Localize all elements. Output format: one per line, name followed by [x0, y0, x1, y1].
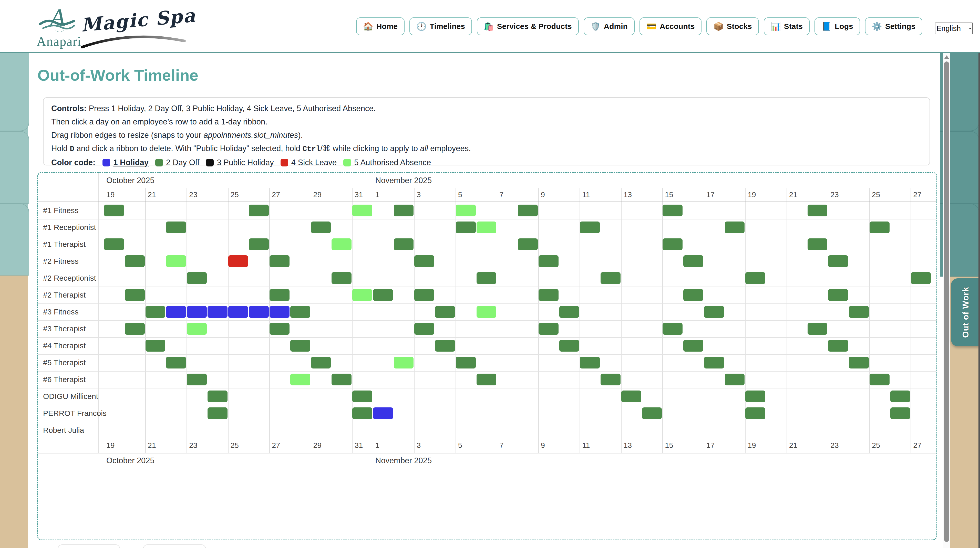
ribbon-day-off[interactable]	[828, 289, 848, 301]
ribbon-day-off[interactable]	[683, 340, 703, 352]
ribbon-day-off[interactable]	[414, 289, 434, 301]
scrollbar-up-arrow-icon[interactable]	[944, 55, 949, 59]
ribbon-day-off[interactable]	[331, 272, 352, 284]
vertical-scrollbar[interactable]	[943, 53, 950, 548]
ribbon-day-off[interactable]	[518, 238, 538, 250]
ribbon-day-off[interactable]	[311, 221, 331, 233]
timeline-row[interactable]	[104, 354, 937, 371]
ribbon-day-off[interactable]	[642, 407, 662, 419]
ribbon-day-off[interactable]	[580, 221, 600, 233]
bottom-peek-button[interactable]	[58, 545, 120, 548]
legend-item-2[interactable]: 2 Day Off	[155, 158, 199, 167]
ribbon-authorised-absence[interactable]	[456, 205, 476, 216]
ribbon-day-off[interactable]	[373, 289, 393, 301]
ribbon-day-off[interactable]	[331, 373, 352, 385]
timeline-row[interactable]	[104, 219, 937, 236]
ribbon-day-off[interactable]	[146, 306, 165, 318]
ribbon-day-off[interactable]	[352, 391, 372, 402]
ribbon-holiday[interactable]	[373, 407, 393, 419]
ribbon-day-off[interactable]	[166, 221, 186, 233]
ribbon-day-off[interactable]	[477, 373, 496, 385]
ribbon-day-off[interactable]	[621, 391, 641, 402]
legend-item-1[interactable]: 1 Holiday	[102, 158, 149, 167]
ribbon-day-off[interactable]	[187, 272, 207, 284]
ribbon-day-off[interactable]	[745, 407, 765, 419]
ribbon-day-off[interactable]	[394, 238, 414, 250]
ribbon-day-off[interactable]	[208, 391, 228, 402]
ribbon-day-off[interactable]	[808, 323, 827, 335]
ribbon-day-off[interactable]	[663, 323, 682, 335]
ribbon-day-off[interactable]	[539, 323, 558, 335]
ribbon-authorised-absence[interactable]	[477, 306, 496, 318]
ribbon-day-off[interactable]	[146, 340, 165, 352]
ribbon-day-off[interactable]	[911, 272, 931, 284]
ribbon-holiday[interactable]	[249, 306, 269, 318]
ribbon-day-off[interactable]	[559, 306, 579, 318]
bottom-peek-button[interactable]	[143, 545, 206, 548]
ribbon-day-off[interactable]	[849, 357, 869, 369]
ribbon-day-off[interactable]	[518, 205, 538, 216]
ribbon-day-off[interactable]	[725, 221, 745, 233]
ribbon-day-off[interactable]	[725, 373, 745, 385]
ribbon-day-off[interactable]	[414, 323, 434, 335]
ribbon-day-off[interactable]	[828, 340, 848, 352]
nav-button-home[interactable]: 🏠Home	[356, 17, 404, 35]
ribbon-day-off[interactable]	[187, 373, 207, 385]
ribbon-day-off[interactable]	[539, 255, 558, 267]
ribbon-authorised-absence[interactable]	[187, 323, 207, 335]
ribbon-day-off[interactable]	[456, 221, 476, 233]
legend-item-4[interactable]: 4 Sick Leave	[280, 158, 337, 167]
ribbon-day-off[interactable]	[104, 205, 124, 216]
nav-button-stats[interactable]: 📊Stats	[764, 17, 810, 35]
ribbon-day-off[interactable]	[683, 289, 703, 301]
ribbon-day-off[interactable]	[745, 272, 765, 284]
nav-button-timelines[interactable]: 🕐Timelines	[409, 17, 472, 35]
ribbon-authorised-absence[interactable]	[352, 289, 372, 301]
timeline-row[interactable]	[104, 388, 937, 405]
timeline-row[interactable]	[104, 422, 937, 438]
ribbon-sick-leave[interactable]	[228, 255, 248, 267]
ribbon-day-off[interactable]	[290, 306, 310, 318]
ribbon-day-off[interactable]	[683, 255, 703, 267]
out-of-work-side-tab[interactable]: Out of Work	[951, 278, 980, 346]
ribbon-day-off[interactable]	[828, 255, 848, 267]
ribbon-day-off[interactable]	[456, 357, 476, 369]
timeline-row[interactable]	[104, 371, 937, 388]
ribbon-day-off[interactable]	[125, 255, 145, 267]
timeline-row[interactable]	[104, 337, 937, 354]
ribbon-authorised-absence[interactable]	[166, 255, 186, 267]
ribbon-day-off[interactable]	[849, 306, 869, 318]
ribbon-day-off[interactable]	[125, 323, 145, 335]
nav-button-stocks[interactable]: 📦Stocks	[706, 17, 759, 35]
nav-button-admin[interactable]: 🛡️Admin	[584, 17, 635, 35]
ribbon-day-off[interactable]	[435, 306, 455, 318]
ribbon-day-off[interactable]	[414, 255, 434, 267]
ribbon-authorised-absence[interactable]	[477, 221, 496, 233]
ribbon-holiday[interactable]	[208, 306, 228, 318]
nav-button-accounts[interactable]: 💳Accounts	[640, 17, 702, 35]
ribbon-holiday[interactable]	[166, 306, 186, 318]
ribbon-day-off[interactable]	[870, 373, 889, 385]
ribbon-holiday[interactable]	[228, 306, 248, 318]
ribbon-day-off[interactable]	[704, 357, 724, 369]
vertical-scrollbar-thumb[interactable]	[944, 62, 949, 542]
ribbon-day-off[interactable]	[269, 255, 290, 267]
ribbon-authorised-absence[interactable]	[331, 238, 352, 250]
ribbon-day-off[interactable]	[539, 289, 558, 301]
ribbon-day-off[interactable]	[601, 373, 620, 385]
ribbon-day-off[interactable]	[808, 205, 827, 216]
ribbon-day-off[interactable]	[249, 205, 269, 216]
ribbon-day-off[interactable]	[890, 407, 910, 419]
ribbon-day-off[interactable]	[808, 238, 827, 250]
timeline-row[interactable]	[104, 286, 937, 303]
timeline-row[interactable]	[104, 405, 937, 422]
ribbon-day-off[interactable]	[166, 357, 186, 369]
ribbon-day-off[interactable]	[290, 340, 310, 352]
ribbon-day-off[interactable]	[104, 238, 124, 250]
ribbon-day-off[interactable]	[745, 391, 765, 402]
ribbon-day-off[interactable]	[601, 272, 620, 284]
ribbon-authorised-absence[interactable]	[394, 357, 414, 369]
ribbon-day-off[interactable]	[870, 221, 889, 233]
ribbon-day-off[interactable]	[125, 289, 145, 301]
ribbon-day-off[interactable]	[269, 289, 290, 301]
